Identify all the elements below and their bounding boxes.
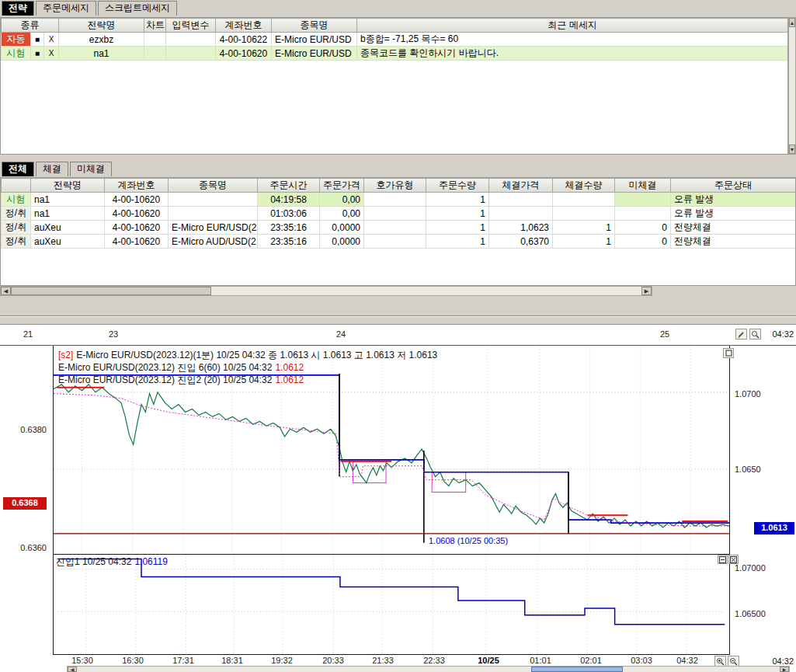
level-annotation: 1.0608 (10/25 00:35) [429, 536, 508, 545]
col-header-chart: 차트 [144, 19, 166, 33]
entry-value: 1.0612 [275, 362, 304, 373]
sub-chart-title: 진입1 10/25 04:32 [56, 556, 131, 567]
order-qty-cell: 1 [426, 221, 489, 235]
chart-title-line3: E-Micro EUR/USD(2023.12) 진입2 (20) 10/25 … [58, 374, 304, 387]
order-row[interactable]: 시험 na1 4-00-10620 04:19:58 0,00 1 오류 발생 [2, 193, 796, 207]
order-account-cell: 4-00-10620 [105, 193, 169, 207]
zoom-icon[interactable] [749, 329, 761, 339]
time-tick: 21:33 [370, 656, 396, 665]
axis-corner-time: 04:32 [772, 656, 794, 666]
col-header-quote-type: 호가유형 [364, 179, 426, 193]
order-time-cell: 23:35:16 [258, 221, 320, 235]
scrollbar-thumb[interactable] [531, 667, 623, 672]
entry-value: 1.0612 [275, 374, 304, 385]
zoom-out-icon[interactable] [728, 656, 739, 667]
order-row[interactable]: 정/취 auXeu 4-00-10620 E-Micro EUR/USD(2 2… [2, 221, 796, 235]
time-tick: 03:03 [628, 656, 655, 665]
strategy-stop-button[interactable]: ■ [31, 47, 44, 61]
order-row[interactable]: 정/취 auXeu 4-00-10620 E-Micro AUD/USD(2 2… [2, 235, 796, 249]
overview-date-label: 23 [109, 329, 118, 339]
strategy-header-row: 종류 전략명 차트 입력변수 계좌번호 종목명 최근 메세지 [2, 19, 788, 33]
tab-unfilled[interactable]: 미체결 [70, 162, 112, 176]
time-tick: 19:32 [269, 656, 295, 665]
tab-strategy[interactable]: 전략 [2, 1, 34, 16]
order-qty-cell: 1 [426, 235, 489, 249]
strategy-close-button[interactable]: X [44, 33, 59, 47]
order-strategy-cell: auXeu [31, 221, 105, 235]
order-fill-price-cell [489, 193, 553, 207]
scroll-up-icon[interactable]: ▲ [789, 18, 795, 27]
scroll-left-icon[interactable]: ◀ [68, 667, 77, 672]
time-tick: 02:01 [578, 656, 604, 665]
order-row-label: 정/취 [2, 207, 31, 221]
order-fill-qty-cell: 1 [553, 235, 615, 249]
chart-area: 21 23 24 25 04:32 [s2]E-Micro EUR/USD(20… [0, 324, 796, 672]
sub-right-axis-tick: 1.07000 [735, 563, 766, 573]
right-axis-tick: 1.0650 [735, 465, 761, 475]
time-tick: 01:01 [527, 656, 554, 665]
order-account-cell: 4-00-10620 [105, 221, 169, 235]
order-quote-type-cell [364, 193, 426, 207]
chart-hscrollbar[interactable]: ◀ ▶ [67, 666, 790, 672]
order-symbol-cell: E-Micro EUR/USD(2 [169, 221, 258, 235]
tab-filled[interactable]: 체결 [36, 162, 68, 176]
order-fill-price-cell: 1,0623 [489, 221, 553, 235]
order-tabbar: 전체 체결 미체결 [2, 162, 112, 176]
strategy-name-cell: na1 [59, 47, 144, 61]
scroll-right-icon[interactable]: ▶ [780, 667, 789, 672]
col-header-strategy-name: 전략명 [59, 19, 144, 33]
order-unfilled-cell [615, 207, 671, 221]
time-tick: 22:33 [421, 656, 447, 665]
zoom-in-icon[interactable] [714, 656, 726, 667]
order-fill-qty-cell [553, 193, 615, 207]
order-status-cell: 오류 발생 [671, 193, 796, 207]
time-tick: 17:31 [170, 656, 196, 665]
strategy-table-scrollbar[interactable]: ▲ ▼ [788, 17, 796, 155]
strategy-close-button[interactable]: X [44, 47, 59, 61]
scroll-left-icon[interactable]: ◀ [1, 287, 11, 295]
tab-script-message[interactable]: 스크립트메세지 [98, 1, 177, 16]
sub-chart-header: 진입1 10/25 04:321.06119 [56, 555, 168, 569]
sub-right-axis-tick: 1.06500 [735, 609, 766, 619]
strategy-type-badge: 시험 [2, 47, 31, 61]
col-header-fill-price: 체결가격 [489, 179, 553, 193]
overview-date-label: 24 [336, 329, 346, 339]
time-tick: 15:30 [69, 656, 96, 665]
scroll-right-icon[interactable]: ▶ [641, 287, 652, 295]
scrollbar-track[interactable] [77, 667, 780, 672]
order-time-cell: 23:35:16 [258, 235, 320, 249]
strategy-symbol-cell: E-Micro EUR/USD [272, 33, 357, 47]
strategy-message-cell: b종합= -71,25 목수= 60 [357, 33, 788, 47]
strategy-message-cell: 종목코드를 확인하시기 바랍니다. [357, 47, 788, 61]
order-time-cell: 04:19:58 [258, 193, 320, 207]
col-header-symbol: 종목명 [169, 179, 258, 193]
strategy-name-cell: ezxbz [59, 33, 144, 47]
strategy-row[interactable]: 자동 ■ X ezxbz 4-00-10622 E-Micro EUR/USD … [2, 33, 788, 47]
chart-title-line1: [s2]E-Micro EUR/USD(2023.12)(1분) 10/25 0… [58, 349, 437, 362]
order-quote-type-cell [364, 207, 426, 221]
order-status-cell: 전량체결 [671, 221, 796, 235]
order-table: 전략명 계좌번호 종목명 주문시간 주문가격 호가유형 주문수량 체결가격 체결… [0, 177, 796, 286]
minimize-icon[interactable] [718, 555, 728, 564]
window-restore-icon[interactable] [723, 348, 734, 358]
scrollbar-thumb[interactable] [11, 287, 211, 295]
strategy-stop-button[interactable]: ■ [31, 33, 44, 47]
tab-order-message[interactable]: 주문메세지 [36, 1, 96, 16]
chart-title-text: E-Micro EUR/USD(2023.12) 진입 6(60) 10/25 … [58, 362, 272, 373]
strategy-row[interactable]: 시험 ■ X na1 4-00-10620 E-Micro EUR/USD 종목… [2, 47, 788, 61]
chart-overview-axis[interactable]: 21 23 24 25 04:32 [0, 325, 796, 346]
chart-title-text: E-Micro EUR/USD(2023.12) 진입2 (20) 10/25 … [58, 374, 272, 385]
scrollbar-track[interactable] [11, 287, 641, 295]
sub-chart-plot[interactable] [53, 554, 730, 655]
order-table-hscrollbar[interactable]: ◀ ▶ [0, 286, 652, 296]
time-tick: 04:32 [674, 656, 700, 665]
tab-all-orders[interactable]: 전체 [2, 162, 34, 176]
strategy-vars-cell [166, 47, 216, 61]
order-row-label: 시험 [2, 193, 31, 207]
sub-chart-value: 1.06119 [134, 556, 168, 567]
scroll-down-icon[interactable]: ▼ [789, 144, 795, 154]
edit-icon[interactable] [735, 329, 747, 339]
order-row[interactable]: 정/취 na1 4-00-10620 01:03:06 0,00 1 오류 발생 [2, 207, 796, 221]
overview-date-label: 25 [660, 329, 669, 339]
strategy-account-cell: 4-00-10622 [216, 33, 272, 47]
